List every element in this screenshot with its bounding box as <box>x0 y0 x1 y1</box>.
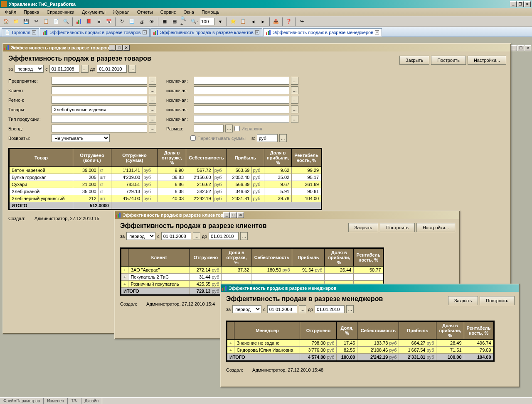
restore-button[interactable]: ❐ <box>517 1 524 7</box>
client-excl-picker[interactable]: … <box>291 86 298 94</box>
date-to-picker[interactable]: … <box>128 65 136 73</box>
folder-icon[interactable]: 📁 <box>12 17 21 26</box>
menu-catalogs[interactable]: Справочники <box>43 9 78 15</box>
date-to-picker[interactable]: … <box>346 305 354 313</box>
prodtype-excl-picker[interactable]: … <box>291 115 298 123</box>
bg-close-button[interactable]: ✕ <box>525 45 531 51</box>
region-input[interactable] <box>52 96 147 104</box>
table-row[interactable]: + Покупатель 2 ТиС 31.44 руб <box>121 274 384 281</box>
date-to-input[interactable] <box>97 65 127 73</box>
export-icon[interactable]: 📤 <box>271 17 281 26</box>
size-input[interactable] <box>194 125 224 132</box>
expand-button[interactable]: + <box>121 281 128 288</box>
paste-icon[interactable]: 📄 <box>52 17 61 26</box>
menu-windows[interactable]: Окна <box>180 9 197 15</box>
maximize-button[interactable]: □ <box>116 45 123 51</box>
goods-excl-picker[interactable]: … <box>291 105 298 113</box>
size-picker[interactable]: … <box>225 125 233 132</box>
region-excl-picker[interactable]: … <box>291 96 298 104</box>
table-row[interactable]: Хлеб ржаной 35.000кг 729.13руб 6.38 382.… <box>9 188 322 195</box>
expand-button[interactable]: + <box>121 274 128 281</box>
goods-input[interactable] <box>52 105 147 113</box>
client-picker[interactable]: … <box>149 86 156 94</box>
hierarchy-checkbox[interactable] <box>234 126 240 131</box>
date-from-picker[interactable]: … <box>193 232 200 240</box>
menu-service[interactable]: Сервис <box>157 9 180 15</box>
table-row[interactable]: Хлеб черный украинский 212шт 4'574.00руб… <box>9 195 322 202</box>
menu-file[interactable]: Файл <box>2 9 20 15</box>
save-icon[interactable]: 💾 <box>22 17 31 26</box>
prodtype-input[interactable] <box>52 115 147 123</box>
currency-picker[interactable]: … <box>279 134 287 142</box>
menu-edit[interactable]: Правка <box>20 9 42 15</box>
chart-icon[interactable] <box>74 17 84 26</box>
window-titlebar[interactable]: Эффективность продаж в разрезе менеджеро… <box>221 284 519 292</box>
brand-picker[interactable]: … <box>149 125 156 132</box>
date-to-picker[interactable]: … <box>240 232 248 240</box>
tab-clients[interactable]: Эффективность продаж в разрезе клиентов … <box>150 28 262 37</box>
expand-button[interactable]: + <box>227 340 234 347</box>
goods-excl-input[interactable] <box>194 105 289 113</box>
date-to-input[interactable] <box>209 232 239 240</box>
brand-input[interactable] <box>52 125 147 132</box>
tab-goods[interactable]: Эффективность продаж в разрезе товаров × <box>40 28 150 37</box>
settings-button[interactable]: Настройки... <box>416 223 455 232</box>
copy-icon[interactable]: 📋 <box>42 17 51 26</box>
bg-restore-button[interactable]: ❐ <box>517 45 524 51</box>
prodtype-picker[interactable]: … <box>149 115 156 123</box>
table-row[interactable]: Батон нарезной 39.000кг 1'131.41руб 9.90… <box>9 167 322 174</box>
dropdown-icon[interactable]: ▼ <box>216 17 225 26</box>
zoom-in-icon[interactable]: 🔍+ <box>180 17 189 26</box>
zoom-out-icon[interactable]: 🔍- <box>190 17 199 26</box>
build-button[interactable]: Построить <box>431 56 466 65</box>
bg-minimize-button[interactable]: _ <box>510 45 517 51</box>
date-to-input[interactable] <box>315 305 345 313</box>
period-type-select[interactable]: период <box>232 305 261 313</box>
build-button[interactable]: Построить <box>480 296 515 305</box>
date-from-picker[interactable]: … <box>299 305 306 313</box>
prodtype-excl-input[interactable] <box>194 115 289 123</box>
maximize-button[interactable]: □ <box>230 212 237 218</box>
enterprise-excl-input[interactable] <box>194 77 289 85</box>
tab-managers[interactable]: Эффективность продаж в разрезе менеджеро… <box>263 28 382 37</box>
print-icon[interactable]: 🖨 <box>137 17 146 26</box>
date-from-input[interactable] <box>161 232 191 240</box>
search-icon[interactable]: 🔍 <box>62 17 71 26</box>
enterprise-excl-picker[interactable]: … <box>291 77 298 85</box>
close-report-button[interactable]: Закрыть <box>448 296 478 305</box>
minimize-button[interactable]: _ <box>510 1 517 7</box>
recalc-checkbox[interactable] <box>190 135 196 141</box>
goods-picker[interactable]: … <box>149 105 156 113</box>
page-icon[interactable]: 📃 <box>127 17 136 26</box>
minimize-button[interactable]: _ <box>109 45 116 51</box>
enterprise-input[interactable] <box>52 77 147 85</box>
menu-journal[interactable]: Журнал <box>110 9 133 15</box>
exit-icon[interactable]: ↪ <box>297 17 306 26</box>
table-row[interactable]: + Значение не задано 798.00 руб 17.45 13… <box>227 340 494 347</box>
client-input[interactable] <box>52 86 147 94</box>
preview-icon[interactable]: 👁 <box>147 17 156 26</box>
close-report-button[interactable]: Закрыть <box>399 56 429 65</box>
status-frame[interactable]: ФреймПараметров <box>0 398 44 404</box>
status-tc[interactable]: Т/Ч <box>68 398 81 404</box>
region-excl-input[interactable] <box>194 96 289 104</box>
grid-icon[interactable]: ▤ <box>170 17 179 26</box>
refresh-icon[interactable]: ↻ <box>117 17 126 26</box>
status-design[interactable]: Дизайн <box>81 398 103 404</box>
period-type-select[interactable]: период <box>126 232 155 240</box>
minimize-button[interactable]: _ <box>223 212 230 218</box>
date-from-input[interactable] <box>49 65 79 73</box>
window-titlebar[interactable]: Эффективность продаж в разрезе товаров _… <box>3 44 510 51</box>
window-titlebar[interactable]: Эффективность продаж в разрезе клиентов … <box>115 211 459 219</box>
currency-input[interactable] <box>257 134 278 142</box>
table-row[interactable]: Сухари 21.000кг 783.51руб 6.86 216.62руб… <box>9 181 322 188</box>
returns-select[interactable]: Не учитывать <box>52 134 110 142</box>
period-type-select[interactable]: период <box>15 65 44 73</box>
layout-icon[interactable]: ▦ <box>160 17 169 26</box>
status-changed[interactable]: Изменен <box>44 398 68 404</box>
prev-icon[interactable]: ◄ <box>249 17 258 26</box>
zoom-input[interactable] <box>200 18 215 25</box>
table-row[interactable]: Булка городская 205шт 4'209.00руб 36.83 … <box>9 174 322 181</box>
date-from-input[interactable] <box>267 305 297 313</box>
table-row[interactable]: + Сидорова Юлия Ивановна 3'776.00 руб 82… <box>227 347 494 354</box>
